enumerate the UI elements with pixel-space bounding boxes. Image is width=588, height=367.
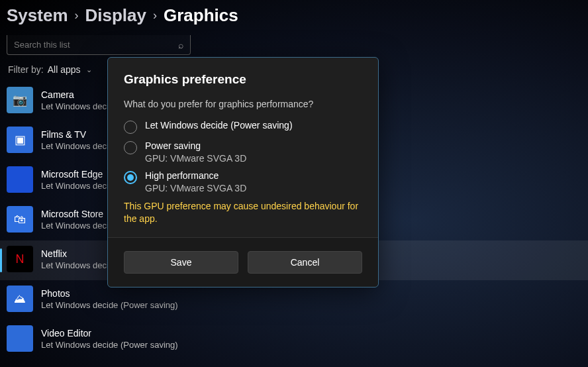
app-icon: N (7, 246, 33, 272)
radio-option[interactable]: Power savingGPU: VMware SVGA 3D (124, 140, 362, 164)
radio-label: Let Windows decide (Power saving) (145, 120, 293, 131)
breadcrumb-system[interactable]: System (7, 5, 68, 26)
app-icon: ▣ (7, 127, 33, 153)
app-icon: 📷 (7, 87, 33, 113)
save-button[interactable]: Save (124, 251, 238, 274)
app-icon: ⛰ (7, 286, 33, 312)
app-icon (7, 166, 33, 193)
radio-icon[interactable] (124, 141, 137, 154)
chevron-down-icon: ⌄ (86, 66, 92, 74)
radio-icon[interactable] (124, 121, 137, 134)
app-name: Video Editor (41, 328, 178, 339)
radio-option[interactable]: Let Windows decide (Power saving) (124, 120, 362, 134)
breadcrumb: System › Display › Graphics (0, 0, 588, 35)
dialog-question: What do you prefer for graphics performa… (124, 99, 362, 109)
dialog-title: Graphics preference (124, 72, 362, 87)
radio-sublabel: GPU: VMware SVGA 3D (145, 183, 246, 193)
search-input[interactable] (14, 40, 178, 50)
cancel-button[interactable]: Cancel (248, 251, 362, 274)
search-input-wrap[interactable]: ⌕ (7, 35, 191, 55)
radio-group: Let Windows decide (Power saving)Power s… (124, 120, 362, 193)
app-icon: 🛍 (7, 206, 33, 233)
radio-option[interactable]: High performanceGPU: VMware SVGA 3D (124, 170, 362, 193)
filter-label: Filter by: (8, 64, 44, 75)
breadcrumb-graphics: Graphics (164, 5, 238, 26)
search-icon[interactable]: ⌕ (178, 40, 183, 50)
radio-label: Power saving (145, 140, 246, 151)
app-item[interactable]: Video EditorLet Windows decide (Power sa… (0, 320, 588, 360)
warning-text: This GPU preference may cause undesired … (124, 200, 362, 225)
app-sub: Let Windows decide (Power saving) (41, 300, 178, 310)
filter-value: All apps (48, 64, 81, 75)
radio-icon[interactable] (124, 171, 137, 184)
breadcrumb-display[interactable]: Display (85, 5, 147, 26)
chevron-right-icon: › (75, 9, 79, 23)
app-name: Photos (41, 288, 178, 299)
radio-label: High performance (145, 170, 246, 181)
chevron-right-icon: › (153, 9, 157, 23)
graphics-preference-dialog: Graphics preference What do you prefer f… (107, 57, 379, 288)
app-sub: Let Windows decide (Power saving) (41, 340, 178, 350)
app-icon (7, 325, 33, 352)
radio-sublabel: GPU: VMware SVGA 3D (145, 153, 246, 164)
